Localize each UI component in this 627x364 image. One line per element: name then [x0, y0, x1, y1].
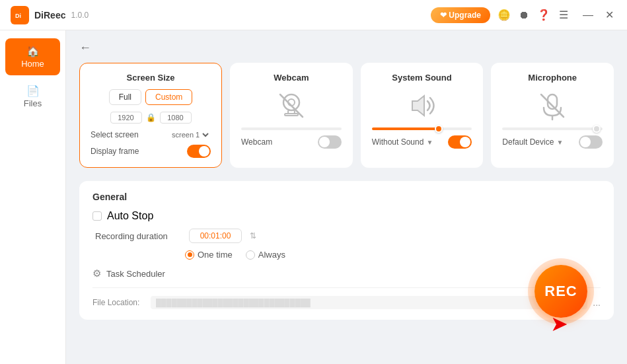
cards-row: Screen Size Full Custom 🔒 Select screen … [79, 63, 614, 168]
always-label: Always [258, 250, 285, 260]
one-time-option[interactable]: One time [185, 250, 233, 260]
full-button[interactable]: Full [109, 89, 141, 105]
rec-container: REC ➤ [528, 258, 594, 324]
webcam-icon [275, 89, 308, 122]
resolution-row: 🔒 [91, 112, 211, 124]
sidebar-files-label: Files [24, 98, 42, 108]
sound-icon [406, 89, 439, 122]
mic-slider-row [502, 127, 603, 130]
record-icon[interactable]: ⏺ [518, 9, 530, 21]
files-icon: 📄 [26, 85, 40, 97]
mic-icon-wrap [502, 89, 603, 122]
help-icon[interactable]: ❓ [538, 9, 550, 21]
autostop-row: Auto Stop [92, 210, 601, 222]
coin-icon[interactable]: 🪙 [498, 9, 510, 21]
recording-duration-label: Recording duration [95, 231, 181, 241]
mic-toggle[interactable] [579, 135, 603, 149]
system-sound-card: System Sound Without Sound [361, 63, 484, 168]
width-input[interactable] [110, 112, 142, 124]
rec-arrow-icon: ➤ [550, 311, 568, 336]
display-frame-toggle[interactable] [187, 145, 211, 158]
webcam-label: Webcam [241, 137, 272, 147]
file-location-menu-button[interactable]: ... [593, 297, 601, 308]
file-location-value: ██████████████████████████████ [151, 296, 587, 309]
file-location-row: File Location: █████████████████████████… [92, 287, 601, 309]
mic-slider [502, 127, 603, 130]
app-name: DiReec [34, 10, 65, 20]
display-frame-label: Display frame [91, 147, 139, 156]
general-title: General [92, 192, 601, 202]
microphone-title: Microphone [502, 73, 603, 83]
screen-select[interactable]: screen 1 screen 2 [169, 130, 211, 139]
svg-rect-5 [285, 114, 298, 116]
one-time-radio[interactable] [185, 250, 194, 260]
system-sound-bottom-row: Without Sound ▼ [372, 135, 472, 149]
home-icon: 🏠 [26, 45, 40, 57]
duration-input[interactable] [189, 229, 242, 243]
svg-line-10 [541, 94, 564, 117]
mic-bottom-row: Default Device ▼ [502, 135, 603, 149]
lock-icon: 🔒 [146, 113, 156, 122]
svg-text:Di: Di [15, 13, 21, 19]
system-sound-slider [372, 127, 472, 130]
autostop-label: Auto Stop [107, 210, 153, 222]
app-version: 1.0.0 [71, 11, 89, 20]
one-time-label: One time [198, 250, 233, 260]
always-radio[interactable] [246, 250, 255, 260]
back-button[interactable]: ← [79, 41, 91, 55]
mic-slider-thumb [593, 125, 601, 133]
sidebar-home-label: Home [21, 59, 44, 69]
sidebar: 🏠 Home 📄 Files [0, 30, 66, 364]
menu-icon[interactable]: ☰ [558, 9, 570, 21]
sound-icon-wrap [372, 89, 472, 122]
rec-button[interactable]: REC [535, 265, 587, 318]
select-screen-row: Select screen screen 1 screen 2 [91, 130, 211, 139]
webcam-toggle[interactable] [318, 135, 342, 149]
sidebar-item-home[interactable]: 🏠 Home [5, 38, 60, 75]
gear-icon: ⚙ [92, 268, 101, 279]
titlebar-left: Di DiReec 1.0.0 [11, 6, 89, 24]
autostop-checkbox[interactable] [92, 211, 102, 221]
titlebar-right: ❤ Upgrade 🪙 ⏺ ❓ ☰ — ✕ [431, 7, 616, 23]
duration-row: Recording duration ⇅ [92, 229, 601, 243]
screen-size-title: Screen Size [91, 73, 211, 83]
upgrade-button[interactable]: ❤ Upgrade [431, 7, 490, 23]
size-buttons: Full Custom [91, 89, 211, 105]
webcam-icon-wrap [241, 89, 342, 122]
sidebar-item-files[interactable]: 📄 Files [5, 78, 60, 115]
system-sound-title: System Sound [372, 73, 472, 83]
titlebar: Di DiReec 1.0.0 ❤ Upgrade 🪙 ⏺ ❓ ☰ — ✕ [0, 0, 627, 30]
task-scheduler-label: Task Scheduler [106, 269, 165, 279]
svg-marker-7 [412, 96, 424, 116]
system-sound-thumb [435, 125, 443, 133]
window-controls: — ✕ [580, 9, 616, 21]
minimize-button[interactable]: — [580, 9, 596, 21]
system-sound-toggle[interactable] [448, 135, 472, 149]
webcam-slider-track [241, 127, 342, 130]
custom-button[interactable]: Custom [145, 89, 192, 105]
webcam-slider-row [241, 127, 342, 130]
display-frame-row: Display frame [91, 145, 211, 158]
task-scheduler-row[interactable]: ⚙ Task Scheduler [92, 268, 601, 279]
webcam-title: Webcam [241, 73, 342, 83]
radio-row: One time Always [92, 250, 601, 260]
screen-size-card: Screen Size Full Custom 🔒 Select screen … [79, 63, 222, 168]
select-screen-label: Select screen [91, 130, 139, 139]
system-sound-slider-row [372, 127, 472, 130]
sound-chevron-icon[interactable]: ▼ [426, 139, 433, 146]
duration-spin-icon: ⇅ [250, 231, 256, 240]
close-button[interactable]: ✕ [603, 9, 616, 21]
mic-chevron-icon[interactable]: ▼ [556, 139, 563, 146]
height-input[interactable] [160, 112, 192, 124]
webcam-card: Webcam Webcam [230, 63, 353, 168]
file-location-label: File Location: [92, 298, 145, 307]
mic-icon [536, 89, 569, 122]
svg-point-2 [283, 94, 299, 110]
app-logo: Di [11, 6, 29, 24]
mic-device-label: Default Device [502, 137, 554, 147]
microphone-card: Microphone Default Devi [491, 63, 614, 168]
without-sound-label: Without Sound [372, 137, 424, 147]
always-option[interactable]: Always [246, 250, 285, 260]
webcam-bottom-row: Webcam [241, 135, 342, 149]
